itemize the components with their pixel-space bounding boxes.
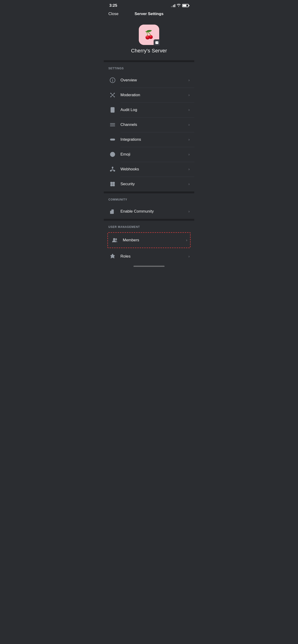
chevron-icon: › [188,78,190,82]
section-divider-2 [104,192,194,193]
chevron-icon: › [188,167,190,171]
emoji-icon [108,150,117,158]
sidebar-item-moderation[interactable]: Moderation › [104,88,194,102]
chevron-icon: › [186,238,187,242]
chevron-icon: › [188,209,190,214]
security-label: Security [120,182,188,186]
svg-rect-27 [113,182,115,184]
sidebar-item-channels[interactable]: Channels › [104,117,194,132]
sidebar-item-audit-log[interactable]: Audit Log › [104,102,194,117]
roles-icon [108,252,117,260]
user-management-list: Members › Roles › [104,231,194,264]
chevron-icon: › [188,254,190,258]
sidebar-item-emoji[interactable]: Emoji › [104,147,194,162]
sidebar-item-integrations[interactable]: Integrations › [104,132,194,147]
svg-point-35 [116,238,117,240]
user-management-section-label: USER MANAGEMENT [104,225,194,231]
svg-rect-16 [110,139,115,140]
moderation-icon [108,91,117,99]
close-button[interactable]: Close [108,12,118,16]
security-icon [108,180,117,188]
info-icon [108,76,117,84]
emoji-label: Emoji [120,152,188,157]
edit-icon[interactable] [154,40,160,46]
status-icons [171,4,189,8]
chevron-icon: › [188,152,190,156]
sidebar-item-enable-community[interactable]: Enable Community › [104,204,194,219]
svg-point-6 [114,93,115,94]
signal-icon [171,4,175,7]
svg-point-19 [110,152,115,157]
roles-label: Roles [120,254,188,259]
integrations-label: Integrations [120,137,188,142]
svg-point-34 [113,238,115,240]
sidebar-item-members[interactable]: Members › [107,232,191,248]
section-divider-3 [104,219,194,221]
sidebar-item-webhooks[interactable]: Webhooks › [104,162,194,177]
community-icon [108,207,117,216]
channels-label: Channels [120,122,188,127]
webhooks-label: Webhooks [120,167,188,172]
svg-point-5 [110,93,111,94]
svg-rect-28 [113,184,115,186]
user-management-section: USER MANAGEMENT Members › [104,221,194,264]
settings-section: SETTINGS Overview › [104,62,194,192]
server-name: Cherry's Server [131,48,167,54]
server-profile: 🍒 Cherry's Server [104,20,194,60]
enable-community-label: Enable Community [120,209,188,214]
home-bar [133,266,165,267]
svg-point-7 [110,96,111,97]
overview-label: Overview [120,78,188,82]
community-list: Enable Community › [104,204,194,219]
chevron-icon: › [188,138,190,142]
community-section-label: COMMUNITY [104,198,194,204]
svg-point-21 [113,154,114,154]
webhooks-icon [108,165,117,174]
status-bar: 3:25 [104,0,194,10]
audit-log-label: Audit Log [120,108,188,112]
svg-rect-9 [111,107,114,112]
integrations-icon [108,136,117,144]
chevron-icon: › [188,182,190,186]
svg-rect-26 [111,184,112,186]
top-navigation: Close Server Settings [104,10,194,20]
community-section: COMMUNITY Enable Community › [104,193,194,219]
chevron-icon: › [188,123,190,127]
sidebar-item-roles[interactable]: Roles › [104,249,194,264]
svg-point-2 [112,79,113,79]
chevron-icon: › [188,93,190,97]
svg-point-18 [113,139,114,140]
page-title: Server Settings [135,12,164,16]
home-indicator [104,264,194,268]
members-icon [111,236,119,244]
sidebar-item-security[interactable]: Security › [104,177,194,192]
chevron-icon: › [188,108,190,112]
sidebar-item-overview[interactable]: Overview › [104,73,194,88]
svg-rect-25 [111,182,112,184]
server-icon-wrapper[interactable]: 🍒 [139,24,159,45]
section-divider [104,60,194,62]
settings-section-label: SETTINGS [104,67,194,73]
svg-point-17 [111,139,112,140]
members-label: Members [123,238,186,242]
svg-point-20 [112,154,112,154]
settings-list: Overview › Moderation › [104,73,194,192]
battery-icon [182,4,189,7]
svg-point-8 [114,96,115,97]
moderation-label: Moderation [120,93,188,97]
channels-icon [108,120,117,129]
svg-rect-30 [112,210,114,214]
wifi-icon [177,4,181,8]
status-time: 3:25 [109,3,117,8]
audit-icon [108,106,117,114]
